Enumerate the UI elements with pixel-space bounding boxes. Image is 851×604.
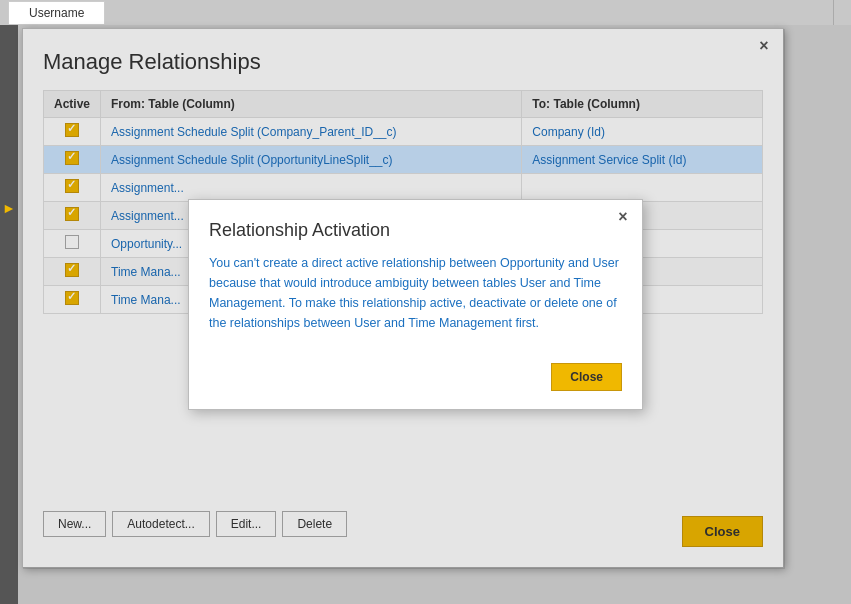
sidebar-arrow-icon: ► xyxy=(2,200,16,216)
alert-title: Relationship Activation xyxy=(189,200,642,253)
background-tab-bar: Username xyxy=(0,0,851,25)
alert-link-time-management-2: Time Management xyxy=(408,316,512,330)
alert-text-2: and xyxy=(565,256,593,270)
relationship-activation-dialog: × Relationship Activation You can't crea… xyxy=(188,199,643,410)
background-tab: Username xyxy=(8,1,105,24)
alert-text-4: and xyxy=(546,276,574,290)
alert-footer: Close xyxy=(189,353,642,409)
alert-text-3: because that would introduce ambiguity b… xyxy=(209,276,520,290)
alert-body: You can't create a direct active relatio… xyxy=(189,253,642,353)
alert-link-user-3: User xyxy=(354,316,380,330)
manage-relationships-dialog: × Manage Relationships Active From: Tabl… xyxy=(22,28,784,568)
alert-link-user-1: User xyxy=(592,256,618,270)
alert-text-6: and xyxy=(381,316,409,330)
background-scrollbar xyxy=(833,0,851,25)
alert-text-7: first. xyxy=(512,316,539,330)
background-tab-label: Username xyxy=(29,6,84,20)
alert-link-opportunity: Opportunity xyxy=(500,256,565,270)
alert-text-1: You can't create a direct active relatio… xyxy=(209,256,500,270)
alert-link-user-2: User xyxy=(520,276,546,290)
sidebar-accent xyxy=(0,25,18,604)
alert-close-button[interactable]: Close xyxy=(551,363,622,391)
alert-close-icon[interactable]: × xyxy=(614,208,632,226)
